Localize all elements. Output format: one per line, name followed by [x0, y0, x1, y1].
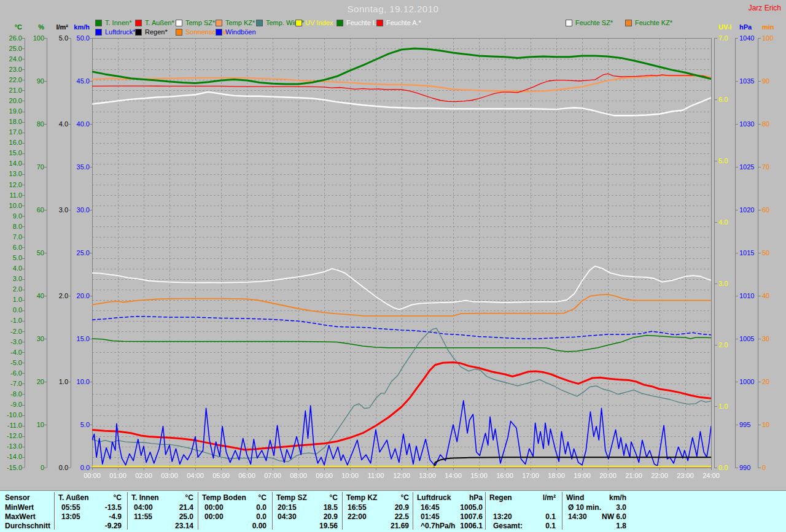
- table-min-time: 04:00: [134, 503, 153, 512]
- x-tick-label: 14:00: [445, 472, 462, 479]
- table-row-label: MinWert: [5, 503, 34, 512]
- table-max-value: 22.5: [395, 512, 409, 521]
- table-avg-value: 0.1: [545, 522, 556, 530]
- table-col-unit: °C: [330, 493, 338, 502]
- table-max-value: -4.9: [109, 512, 122, 521]
- table-col-unit: hPa: [469, 493, 483, 502]
- table-col-header: Temp KZ: [346, 493, 377, 502]
- x-tick-label: 23:00: [677, 472, 694, 479]
- table-col-unit: °C: [401, 493, 409, 502]
- x-tick-label: 10:00: [341, 472, 359, 479]
- table-column-separator: [485, 492, 486, 530]
- table-avg-note: Gesamt:: [493, 522, 523, 530]
- table-avg-value: 21.69: [391, 522, 409, 530]
- table-min-value: 3.0: [616, 503, 626, 512]
- table-min-time: 16:55: [348, 503, 367, 512]
- chart-plot-area: [0, 0, 786, 491]
- x-tick-label: 05:00: [212, 472, 230, 479]
- table-max-value: NW 6.0: [602, 512, 626, 521]
- table-max-value: 0.1: [545, 512, 556, 521]
- table-min-time: 05:55: [61, 503, 80, 512]
- data-series: [92, 48, 711, 468]
- x-tick-label: 07:00: [264, 472, 281, 479]
- table-col-header: T. Außen: [58, 493, 89, 502]
- x-tick-label: 11:00: [368, 472, 384, 479]
- x-tick-label: 20:00: [599, 472, 617, 479]
- x-tick-label: 01:00: [109, 472, 126, 479]
- x-tick-label: 17:00: [522, 472, 539, 479]
- table-row-label: MaxWert: [5, 512, 36, 521]
- table-max-time: 22:00: [348, 512, 367, 521]
- x-tick-label: 13:00: [419, 472, 436, 479]
- x-tick-label: 02:00: [135, 472, 152, 479]
- table-column-separator: [413, 492, 414, 530]
- table-column-separator: [54, 492, 55, 530]
- table-avg-value: 1006.1: [460, 522, 483, 530]
- table-col-unit: °C: [259, 493, 267, 502]
- table-avg-value: -9.29: [105, 522, 122, 530]
- table-col-header: Wind: [566, 493, 584, 502]
- x-tick-label: 04:00: [187, 472, 204, 479]
- table-avg-value: 23.14: [175, 522, 193, 530]
- statistics-table: SensorMinWertMaxWertDurchschnittT. Außen…: [0, 490, 786, 532]
- table-col-header: Regen: [489, 493, 512, 502]
- x-tick-label: 19:00: [574, 472, 591, 479]
- table-min-value: 20.9: [395, 503, 409, 512]
- x-tick-label: 03:00: [161, 472, 178, 479]
- series-line-luftdruck: [92, 317, 711, 339]
- table-max-time: 04:30: [278, 512, 297, 521]
- x-tick-label: 00:00: [84, 472, 101, 479]
- table-min-time: Ø 10 min.: [568, 503, 601, 512]
- x-tick-label: 16:00: [496, 472, 513, 479]
- table-min-time: 20:15: [278, 503, 297, 512]
- table-min-time: 16:45: [421, 503, 440, 512]
- x-tick-label: 06:00: [238, 472, 255, 479]
- table-min-value: 18.5: [324, 503, 338, 512]
- table-col-unit: km/h: [609, 493, 626, 502]
- x-tick-label: 09:00: [316, 472, 333, 479]
- table-col-header: T. Innen: [131, 493, 159, 502]
- table-min-value: 1005.0: [460, 503, 483, 512]
- x-tick-label: 18:00: [548, 472, 565, 479]
- table-column-separator: [198, 492, 199, 530]
- x-tick-label: 08:00: [290, 472, 307, 479]
- table-max-value: 1007.6: [460, 512, 483, 521]
- table-max-value: 0.0: [256, 512, 267, 521]
- table-col-header: Temp SZ: [276, 493, 307, 502]
- table-col-header: Temp Boden: [202, 493, 246, 502]
- table-column-separator: [342, 492, 343, 530]
- table-row-label: Sensor: [5, 493, 30, 502]
- series-line-feuchte-kz: [92, 295, 711, 316]
- table-column-separator: [127, 492, 128, 530]
- table-column-separator: [272, 492, 273, 530]
- table-col-header: Luftdruck: [417, 493, 451, 502]
- table-row-label: Durchschnitt: [5, 522, 50, 530]
- x-tick-label: 24:00: [702, 472, 720, 479]
- weather-day-chart-window: Sonntag, 19.12.2010 Jarz Erich T. Innen*…: [0, 0, 786, 532]
- table-max-time: 13:05: [61, 512, 80, 521]
- table-avg-value: 19.56: [319, 522, 338, 530]
- table-min-time: 00:00: [204, 503, 224, 512]
- x-tick-label: 22:00: [651, 472, 668, 479]
- table-max-time: 11:55: [134, 512, 152, 521]
- table-min-value: 21.4: [179, 503, 193, 512]
- table-max-time: 01:45: [421, 512, 440, 521]
- table-min-value: -13.5: [105, 503, 122, 512]
- table-max-time: 14:30: [568, 512, 587, 521]
- grid-lines: [92, 38, 712, 468]
- table-col-unit: l/m²: [543, 493, 556, 502]
- table-col-unit: °C: [114, 493, 122, 502]
- table-min-value: 0.0: [256, 503, 267, 512]
- table-max-time: 13:20: [493, 512, 512, 521]
- table-col-unit: °C: [185, 493, 193, 502]
- table-avg-note: ^0.7hPa/h: [421, 522, 455, 530]
- series-line-feuchte-sz: [92, 266, 711, 310]
- x-tick-label: 12:00: [393, 472, 410, 479]
- table-max-time: 00:00: [204, 512, 224, 521]
- table-avg-value: 0.00: [252, 522, 267, 530]
- table-max-value: 25.0: [179, 512, 193, 521]
- table-max-value: 20.9: [324, 512, 338, 521]
- x-tick-label: 21:00: [625, 472, 642, 479]
- table-avg-value: 1.8: [616, 522, 626, 530]
- table-column-separator: [562, 492, 563, 530]
